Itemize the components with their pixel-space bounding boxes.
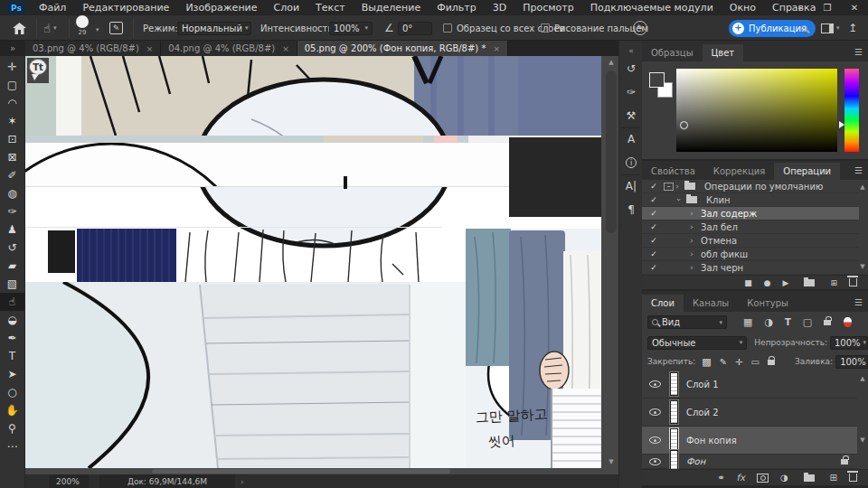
scroll-up-arrow[interactable]: ▲: [604, 59, 618, 66]
frame-tool[interactable]: ⊠: [0, 148, 24, 166]
tool-presets-icon[interactable]: ⚒: [619, 106, 643, 126]
glyphs-icon[interactable]: А: [619, 129, 643, 149]
new-set-folder-icon[interactable]: [804, 279, 815, 286]
menu-item-7[interactable]: Фильтр: [429, 2, 485, 14]
blend-mode-select[interactable]: Обычные▾: [647, 336, 747, 350]
brush-preset-picker[interactable]: 29: [76, 13, 89, 38]
minimize-button[interactable]: –: [787, 3, 814, 13]
adjustment-layer-icon[interactable]: ◑: [780, 473, 788, 483]
document-tab-2[interactable]: 04.png @ 4% (RGB/8#)×: [161, 41, 297, 56]
menu-item-6[interactable]: Выделение: [354, 2, 429, 14]
lock-all-icon[interactable]: [768, 357, 775, 367]
clone-stamp-tool[interactable]: ♟: [0, 221, 24, 239]
actions-scroll-down[interactable]: ▼: [855, 263, 868, 270]
eraser-tool[interactable]: ▰: [0, 257, 24, 275]
search-button[interactable]: [801, 15, 811, 41]
paragraph-icon[interactable]: ¶: [619, 200, 643, 220]
pressure-toggle[interactable]: ✎: [633, 15, 647, 41]
action-check-icon[interactable]: ✓: [647, 195, 660, 204]
layer-thumbnail[interactable]: [670, 428, 678, 452]
strength-select[interactable]: 100%▾: [329, 15, 373, 41]
new-layer-icon[interactable]: ⊞: [830, 473, 837, 483]
zoom-tool[interactable]: ⚲: [0, 419, 24, 437]
action-row[interactable]: ✓›Зал бел: [642, 221, 859, 234]
action-row[interactable]: ✓›Клин: [642, 193, 859, 207]
hue-slider-arrow[interactable]: [839, 121, 844, 128]
menu-item-5[interactable]: Текст: [307, 2, 354, 14]
history-icon[interactable]: ↺: [619, 59, 643, 79]
actions-tab-коррекция[interactable]: Коррекция: [704, 163, 774, 180]
panel-menu-icon[interactable]: ☰: [854, 47, 863, 57]
document-tab-1[interactable]: 03.png @ 4% (RGB/8#)×: [25, 41, 161, 56]
document-tab-3[interactable]: 05.png @ 200% (Фон копия, RGB/8#) *×: [297, 41, 508, 56]
collapse-panels-chevron[interactable]: «: [619, 41, 643, 61]
tab-close-icon[interactable]: ×: [493, 44, 500, 53]
modifier-box-icon[interactable]: –: [664, 183, 674, 191]
layer-row[interactable]: Слой 1: [642, 371, 857, 399]
action-row[interactable]: ✓›Отмена: [642, 234, 859, 248]
canvas[interactable]: 그만 말하고 씻어: [25, 56, 601, 468]
menu-item-4[interactable]: Слои: [266, 2, 308, 14]
pen-tool[interactable]: ✒: [0, 329, 24, 347]
link-layers-icon[interactable]: ⚭: [717, 473, 724, 483]
action-check-icon[interactable]: ✓: [647, 182, 660, 191]
filter-kind-type-icon[interactable]: T: [785, 317, 791, 327]
action-check-icon[interactable]: ✓: [647, 249, 660, 258]
expand-arrow-icon[interactable]: ›: [688, 236, 695, 245]
menu-item-10[interactable]: Подключаемые модули: [582, 2, 722, 14]
visibility-eye-icon[interactable]: [649, 436, 661, 444]
tab-overflow-chevron[interactable]: »: [0, 41, 25, 56]
path-select-tool[interactable]: ➤: [0, 365, 24, 383]
smudge-tool-preset[interactable]: ☝▾: [43, 15, 56, 41]
edit-toolbar[interactable]: ⋯: [0, 437, 24, 455]
layers-tab-слои[interactable]: Слои: [642, 295, 684, 312]
tab-close-icon[interactable]: ×: [146, 44, 154, 53]
lock-transparency-icon[interactable]: ▩: [702, 356, 711, 368]
action-check-icon[interactable]: ✓: [647, 263, 660, 272]
filter-kind-smart-icon[interactable]: [824, 317, 831, 327]
menu-item-11[interactable]: Окно: [722, 2, 764, 14]
color-gradient-field[interactable]: [676, 69, 837, 152]
layer-thumbnail[interactable]: [670, 400, 678, 424]
layers-tab-контуры[interactable]: Контуры: [738, 295, 797, 312]
tab-close-icon[interactable]: ×: [282, 44, 289, 53]
layers-tab-каналы[interactable]: Каналы: [684, 295, 738, 312]
status-chevron[interactable]: ›: [241, 477, 244, 486]
lock-position-icon[interactable]: ✛: [735, 357, 742, 367]
lock-paint-icon[interactable]: ✎: [720, 357, 727, 367]
expand-arrow-icon[interactable]: ›: [688, 222, 695, 231]
dodge-tool[interactable]: ◒: [0, 311, 24, 329]
visibility-eye-icon[interactable]: [649, 380, 661, 388]
expand-arrow-icon[interactable]: ›: [688, 263, 695, 272]
close-button[interactable]: ✕: [841, 3, 868, 13]
vertical-scrollbar[interactable]: [606, 70, 617, 233]
play-icon[interactable]: ▶: [783, 278, 789, 287]
type-tool[interactable]: T: [0, 347, 24, 365]
panel-menu-icon[interactable]: ☰: [854, 297, 863, 307]
home-button[interactable]: [13, 15, 26, 41]
visibility-eye-icon[interactable]: [649, 458, 661, 465]
canvas-area[interactable]: 그만 말하고 씻어 Tt ▲ ▼: [25, 56, 618, 474]
layer-row[interactable]: Слой 2: [642, 399, 857, 427]
filter-toggle-icon[interactable]: [844, 317, 852, 327]
character-icon[interactable]: A|: [619, 176, 643, 196]
zoom-level-field[interactable]: 200%: [49, 474, 89, 488]
shape-tool[interactable]: ○: [0, 383, 24, 401]
move-tool[interactable]: ✛: [0, 58, 24, 76]
filter-kind-shape-icon[interactable]: ▢: [803, 316, 812, 328]
layers-scroll-up[interactable]: ▲: [855, 375, 868, 382]
photoshop-logo-icon[interactable]: Ps: [7, 2, 25, 14]
share-button[interactable]: ↥: [848, 15, 857, 41]
action-check-icon[interactable]: ✓: [647, 222, 660, 231]
filter-kind-image-icon[interactable]: ▦: [743, 316, 752, 328]
magic-wand-tool[interactable]: ✶: [0, 112, 24, 130]
actions-scroll-up[interactable]: ▲: [855, 183, 868, 191]
menu-item-8[interactable]: 3D: [485, 2, 514, 14]
expand-arrow-icon[interactable]: ›: [688, 209, 695, 218]
visibility-eye-icon[interactable]: [649, 408, 661, 416]
scroll-down-arrow[interactable]: ▼: [604, 458, 618, 465]
color-tab-цвет[interactable]: Цвет: [703, 44, 744, 61]
expand-arrow-icon[interactable]: ›: [674, 182, 681, 191]
action-row[interactable]: ✓›Зал черн: [642, 261, 859, 275]
layer-row[interactable]: Фон: [642, 455, 857, 469]
